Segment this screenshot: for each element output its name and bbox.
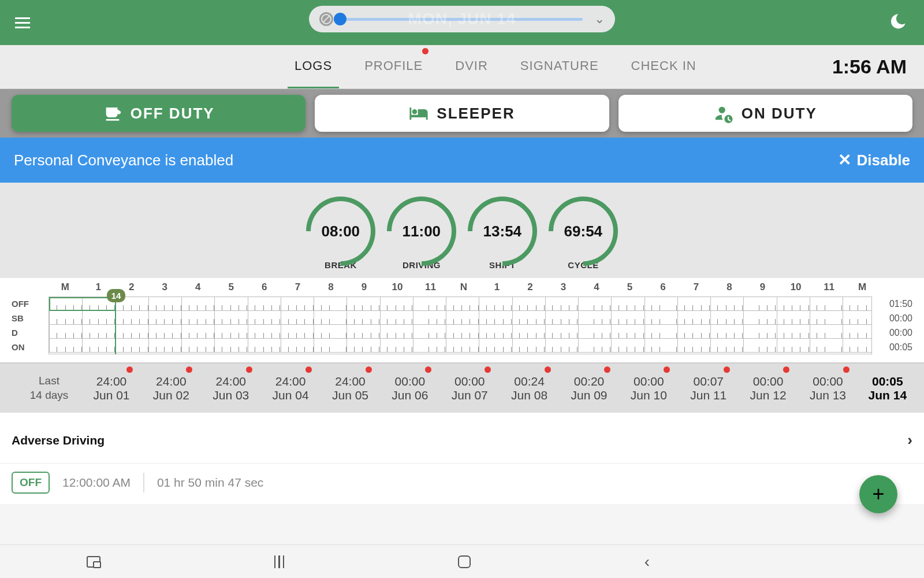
row-sb: SB: [12, 311, 49, 325]
gauge-shift: 13:54SHIFT: [465, 197, 539, 270]
off-duty-label: OFF DUTY: [131, 105, 215, 123]
day-jun-14[interactable]: 00:05Jun 14: [863, 375, 912, 402]
day-jun-09[interactable]: 00:20Jun 09: [564, 375, 614, 402]
tab-profile-label: PROFILE: [364, 58, 423, 73]
menu-button[interactable]: [12, 12, 33, 34]
day-jun-03[interactable]: 24:00Jun 03: [206, 375, 256, 402]
on-duty-button[interactable]: ON DUTY: [619, 95, 912, 132]
tab-checkin[interactable]: CHECK IN: [631, 58, 696, 76]
status-chip: OFF: [12, 472, 50, 494]
gauge-driving: 11:00DRIVING: [385, 197, 459, 270]
date-slider[interactable]: ⌄ MON, JUN 14: [309, 6, 615, 32]
night-mode-button[interactable]: [889, 13, 907, 30]
banner-text: Personal Conveyance is enabled: [14, 151, 233, 169]
dnd-icon: [319, 12, 333, 26]
chevron-down-icon[interactable]: ⌄: [594, 12, 605, 27]
gauge-cycle: 69:54CYCLE: [546, 197, 620, 270]
sleeper-label: SLEEPER: [437, 105, 515, 123]
chevron-right-icon: ›: [907, 431, 912, 449]
home-button[interactable]: [458, 555, 471, 568]
adverse-driving-row[interactable]: Adverse Driving ›: [0, 417, 924, 463]
log-entry[interactable]: OFF 12:00:00 AM 01 hr 50 min 47 sec: [0, 463, 924, 504]
pip-icon[interactable]: [87, 556, 100, 568]
day-jun-08[interactable]: 00:24Jun 08: [505, 375, 554, 402]
divider: [143, 473, 144, 492]
slider-thumb[interactable]: [334, 13, 346, 25]
slider-track[interactable]: [340, 18, 583, 21]
day-jun-06[interactable]: 00:00Jun 06: [385, 375, 435, 402]
hos-grid[interactable]: 14: [49, 297, 872, 354]
day-jun-05[interactable]: 24:00Jun 05: [326, 375, 375, 402]
bed-icon: [409, 103, 429, 123]
coffee-icon: [103, 103, 122, 123]
row-on: ON: [12, 340, 49, 354]
hos-trace-drop: [115, 297, 116, 354]
clock: 1:56 AM: [832, 55, 907, 78]
recents-button[interactable]: [274, 555, 285, 568]
section-title: Adverse Driving: [12, 433, 105, 447]
strip-lead: Last14 days: [12, 374, 87, 402]
disable-button[interactable]: ✕ Disable: [838, 151, 911, 169]
day-jun-10[interactable]: 00:00Jun 10: [624, 375, 673, 402]
sleeper-button[interactable]: SLEEPER: [315, 95, 609, 132]
pc-banner: Personal Conveyance is enabled ✕ Disable: [0, 138, 924, 183]
day-jun-12[interactable]: 00:00Jun 12: [743, 375, 793, 402]
day-jun-13[interactable]: 00:00Jun 13: [803, 375, 853, 402]
tab-signature[interactable]: SIGNATURE: [520, 58, 599, 76]
notification-dot: [422, 48, 429, 54]
day-jun-07[interactable]: 00:00Jun 07: [445, 375, 494, 402]
day-jun-04[interactable]: 24:00Jun 04: [266, 375, 315, 402]
on-duty-label: ON DUTY: [742, 105, 817, 123]
hos-trace: [49, 297, 115, 311]
row-d: D: [12, 325, 49, 340]
entry-time: 12:00:00 AM: [62, 476, 131, 490]
back-button[interactable]: ‹: [644, 553, 650, 571]
row-off: OFF: [12, 297, 49, 311]
person-clock-icon: [714, 103, 733, 123]
day-jun-01[interactable]: 24:00Jun 01: [87, 375, 136, 402]
android-nav: ‹: [0, 544, 924, 578]
entry-duration: 01 hr 50 min 47 sec: [157, 476, 263, 490]
add-button[interactable]: +: [859, 475, 897, 513]
tab-dvir[interactable]: DVIR: [455, 58, 488, 76]
tab-profile[interactable]: PROFILE: [364, 58, 423, 76]
off-duty-button[interactable]: OFF DUTY: [12, 95, 305, 132]
tab-logs[interactable]: LOGS: [295, 58, 332, 76]
current-time-badge: 14: [107, 289, 126, 302]
day-jun-02[interactable]: 24:00Jun 02: [146, 375, 196, 402]
day-jun-11[interactable]: 00:07Jun 11: [684, 375, 733, 402]
disable-label: Disable: [857, 151, 911, 169]
close-icon: ✕: [838, 152, 851, 168]
gauge-break: 08:00BREAK: [304, 197, 378, 270]
